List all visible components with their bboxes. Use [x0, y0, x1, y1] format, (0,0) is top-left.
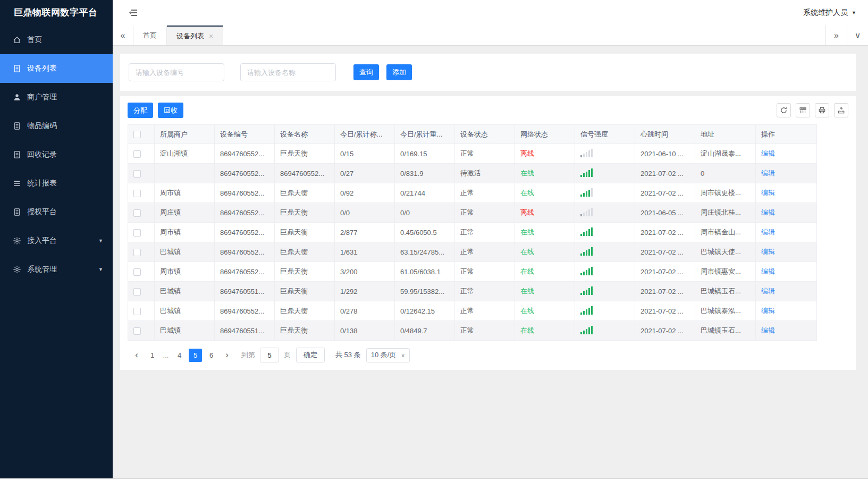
tab-home[interactable]: 首页	[133, 26, 167, 45]
row-checkbox[interactable]	[133, 268, 141, 276]
confirm-button[interactable]: 确定	[296, 348, 325, 362]
sidebar-item-recycle-records[interactable]: 回收记录	[0, 140, 113, 169]
sidebar-item-system-management[interactable]: 系统管理▼	[0, 255, 113, 284]
table-row: 周庄镇8694760552...巨鼎天衡0/00/0正常离线2021-06-05…	[128, 203, 817, 223]
cell-device-no: 8694760551...	[215, 282, 275, 301]
tabs-menu-button[interactable]: ∨	[847, 26, 868, 45]
row-checkbox[interactable]	[133, 150, 141, 158]
export-icon[interactable]	[834, 103, 848, 117]
gear-icon	[13, 237, 21, 245]
cell-heartbeat: 2021-07-02 ...	[635, 262, 695, 282]
tab-label: 设备列表	[176, 31, 204, 41]
row-select-cell	[128, 164, 155, 183]
device-name-input[interactable]	[240, 63, 336, 81]
edit-link[interactable]: 编辑	[761, 228, 775, 236]
print-icon[interactable]	[815, 103, 829, 117]
cell-today-count: 0/278	[335, 301, 395, 321]
row-checkbox[interactable]	[133, 170, 141, 178]
edit-link[interactable]: 编辑	[761, 149, 775, 157]
app-root: 巨鼎物联网数字平台 首页设备列表商户管理物品编码回收记录统计报表授权平台接入平台…	[0, 0, 868, 498]
row-checkbox[interactable]	[133, 288, 141, 296]
next-page-icon[interactable]: ›	[220, 350, 234, 360]
row-checkbox[interactable]	[133, 190, 141, 197]
cell-signal	[575, 262, 635, 282]
edit-link[interactable]: 编辑	[761, 189, 775, 197]
row-checkbox[interactable]	[133, 229, 141, 237]
edit-link[interactable]: 编辑	[761, 307, 775, 315]
page-button-5[interactable]: 5	[189, 349, 202, 362]
sidebar-item-item-code[interactable]: 物品编码	[0, 112, 113, 140]
row-checkbox[interactable]	[133, 308, 141, 315]
select-all-checkbox[interactable]	[133, 131, 141, 138]
sidebar-item-device-list[interactable]: 设备列表	[0, 54, 113, 83]
device-table: 所属商户设备编号设备名称今日/累计称...今日/累计重...设备状态网络状态信号…	[128, 124, 817, 341]
table-head-row: 所属商户设备编号设备名称今日/累计称...今日/累计重...设备状态网络状态信号…	[128, 125, 817, 144]
cell-merchant: 周市镇	[155, 262, 215, 282]
edit-link[interactable]: 编辑	[761, 326, 775, 334]
cell-today-weight: 59.95/15382...	[395, 282, 455, 301]
app-shell: 巨鼎物联网数字平台 首页设备列表商户管理物品编码回收记录统计报表授权平台接入平台…	[0, 0, 868, 478]
content-area: 查询 添加 分配 回收	[113, 46, 868, 478]
cell-heartbeat: 2021-06-05 ...	[635, 203, 695, 223]
cell-today-count: 0/92	[335, 183, 395, 203]
row-checkbox[interactable]	[133, 249, 141, 256]
edit-link[interactable]: 编辑	[761, 169, 775, 177]
edit-link[interactable]: 编辑	[761, 248, 775, 256]
refresh-icon[interactable]	[777, 103, 791, 117]
table-row: 淀山湖镇8694760552...巨鼎天衡0/150/169.15正常离线202…	[128, 144, 817, 164]
caret-down-icon: ▼	[98, 267, 103, 272]
row-select-cell	[128, 282, 155, 301]
device-number-input[interactable]	[129, 63, 224, 81]
row-select-cell	[128, 183, 155, 203]
columns-icon[interactable]	[796, 103, 810, 117]
table-body: 淀山湖镇8694760552...巨鼎天衡0/150/169.15正常离线202…	[128, 144, 817, 341]
sidebar-item-access-platform[interactable]: 接入平台▼	[0, 226, 113, 255]
cell-merchant: 巴城镇	[155, 321, 215, 341]
cell-heartbeat: 2021-06-10 ...	[635, 144, 695, 164]
cell-device-no: 8694760552...	[215, 223, 275, 242]
edit-link[interactable]: 编辑	[761, 267, 775, 275]
close-icon[interactable]: ×	[209, 32, 213, 40]
tabs-scroll-right-button[interactable]: »	[825, 26, 847, 45]
cell-today-count: 0/27	[335, 164, 395, 183]
sidebar-item-statistics-report[interactable]: 统计报表	[0, 169, 113, 198]
row-checkbox[interactable]	[133, 209, 141, 217]
user-menu[interactable]: 系统维护人员 ▼	[803, 8, 856, 18]
row-select-cell	[128, 144, 155, 164]
sidebar-item-merchant-management[interactable]: 商户管理	[0, 83, 113, 112]
page-button-1[interactable]: 1	[146, 349, 159, 362]
cell-address: 周庄镇北桂...	[695, 203, 756, 223]
menu-fold-icon[interactable]	[128, 7, 139, 19]
signal-strength-icon	[580, 326, 593, 334]
main-area: 系统维护人员 ▼ « 首页设备列表× » ∨ 查询 添加	[113, 0, 868, 478]
sidebar-item-label: 回收记录	[27, 150, 57, 159]
tabs-scroll-left-button[interactable]: «	[113, 26, 133, 45]
cell-device-name: 巨鼎天衡	[275, 144, 335, 164]
page-button-4[interactable]: 4	[173, 349, 186, 362]
sidebar-item-home[interactable]: 首页	[0, 26, 113, 54]
cell-merchant: 周庄镇	[155, 203, 215, 223]
column-header: 操作	[756, 125, 817, 144]
file-icon	[13, 122, 21, 130]
cell-merchant: 巴城镇	[155, 282, 215, 301]
column-header: 网络状态	[515, 125, 575, 144]
tab-device-list[interactable]: 设备列表×	[167, 26, 223, 45]
assign-button[interactable]: 分配	[128, 103, 153, 118]
row-checkbox[interactable]	[133, 327, 141, 335]
add-button[interactable]: 添加	[386, 64, 412, 80]
recycle-button[interactable]: 回收	[158, 103, 183, 118]
edit-link[interactable]: 编辑	[761, 208, 775, 216]
cell-heartbeat: 2021-07-02 ...	[635, 164, 695, 183]
sidebar-item-authorize-platform[interactable]: 授权平台	[0, 198, 113, 226]
page-size-select[interactable]: 10 条/页 ∨	[366, 348, 410, 362]
cell-device-no: 8694760552...	[215, 242, 275, 262]
page-button-6[interactable]: 6	[205, 349, 218, 362]
edit-link[interactable]: 编辑	[761, 287, 775, 295]
signal-strength-icon	[580, 168, 593, 177]
cell-address: 巴城镇泰泓...	[695, 301, 756, 321]
cell-address: 0	[695, 164, 756, 183]
sidebar-item-label: 系统管理	[27, 265, 57, 274]
goto-page-input[interactable]	[260, 348, 279, 362]
query-button[interactable]: 查询	[353, 64, 379, 80]
prev-page-icon[interactable]: ‹	[130, 350, 144, 360]
